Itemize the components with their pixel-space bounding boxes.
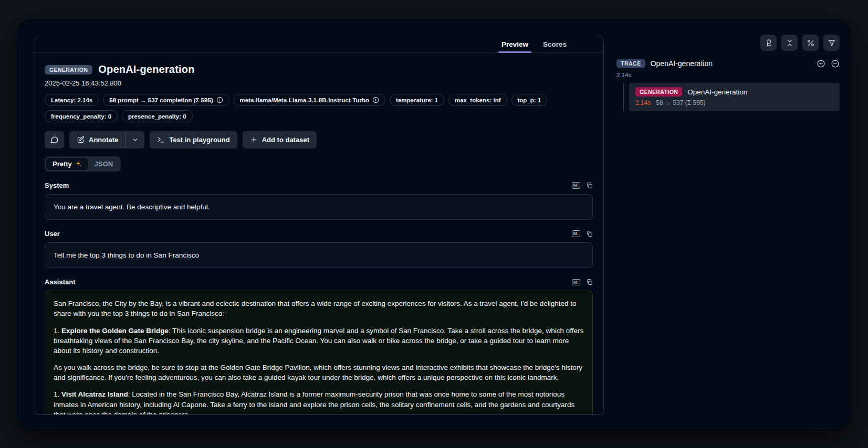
pretty-label: Pretty [53, 160, 72, 168]
action-buttons-row: Annotate Test in playground [45, 131, 593, 148]
system-label: System [45, 182, 69, 189]
timestamp: 2025-02-25 16:43:52.800 [45, 79, 593, 87]
test-in-playground-button[interactable]: Test in playground [150, 131, 237, 148]
observation-preview-card: Preview Scores GENERATION OpenAI-generat… [34, 36, 604, 415]
zoom-in-icon[interactable] [817, 59, 825, 68]
latency-chip: Latency: 2.14s [45, 94, 99, 106]
trace-duration: 2.14s [616, 72, 840, 78]
sidebar-toolbar [616, 35, 840, 51]
terminal-icon [157, 136, 165, 144]
trace-badge: TRACE [616, 59, 645, 68]
temperature-chip: temperature: 1 [390, 94, 444, 106]
generation-type-badge: GENERATION [45, 65, 92, 74]
assistant-paragraph: San Francisco, the City by the Bay, is a… [54, 298, 584, 318]
assistant-paragraph: 1. Visit Alcatraz Island: Located in the… [54, 389, 584, 414]
token-usage-chip: 58 prompt → 537 completion (Σ 595) [103, 94, 229, 106]
app-window: Preview Scores GENERATION OpenAI-generat… [17, 19, 851, 430]
assistant-paragraph: 1. Explore the Golden Gate Bridge: This … [54, 326, 584, 356]
tree-connector-line [623, 83, 624, 111]
pretty-json-toggle: Pretty JSON [45, 156, 121, 172]
trace-title: OpenAI-generation [651, 59, 811, 68]
info-icon[interactable] [216, 97, 223, 103]
user-message-box: Tell me the top 3 things to do in San Fr… [45, 242, 593, 268]
tab-preview[interactable]: Preview [495, 36, 535, 52]
generation-node-duration: 2.14s [635, 99, 651, 106]
chevron-down-icon [132, 136, 139, 143]
pen-square-icon [77, 136, 85, 144]
trace-sidebar: TRACE OpenAI-generation 2.14s GENERATION… [616, 35, 840, 111]
circle-plus-icon[interactable] [372, 97, 379, 103]
metrics-percent-button[interactable] [802, 35, 819, 51]
percent-icon [807, 39, 815, 47]
copy-icon[interactable] [586, 279, 593, 285]
generation-node-title: OpenAI-generation [687, 88, 747, 96]
assistant-paragraph: As you walk across the bridge, be sure t… [54, 362, 584, 382]
markdown-toggle-icon[interactable]: M↓ [572, 182, 580, 189]
add-to-dataset-button[interactable]: Add to dataset [243, 131, 317, 148]
token-usage-label: 58 prompt → 537 completion (Σ 595) [109, 97, 213, 103]
top-p-chip: top_p: 1 [511, 94, 548, 106]
model-chip: meta-llama/Meta-Llama-3.1-8B-Instruct-Tu… [234, 94, 385, 106]
annotate-dropdown-button[interactable] [126, 131, 144, 148]
dataset-label: Add to dataset [262, 136, 309, 144]
page-title: OpenAI-generation [98, 63, 194, 76]
filter-icon [828, 39, 836, 47]
max-tokens-chip: max_tokens: inf [448, 94, 507, 106]
trace-tree: GENERATION OpenAI-generation 2.14s 58 → … [616, 83, 840, 111]
model-label: meta-llama/Meta-Llama-3.1-8B-Instruct-Tu… [240, 97, 369, 103]
pretty-view-segment[interactable]: Pretty [46, 158, 88, 170]
filter-button[interactable] [823, 35, 840, 51]
assistant-message-box: San Francisco, the City by the Bay, is a… [45, 291, 593, 414]
user-label: User [45, 230, 60, 238]
system-section-header: System M↓ [45, 182, 593, 189]
presence-penalty-chip: presence_penalty: 0 [122, 110, 193, 122]
metadata-chips: Latency: 2.14s 58 prompt → 537 completio… [45, 94, 570, 122]
json-view-segment[interactable]: JSON [88, 158, 119, 170]
tab-scores[interactable]: Scores [537, 36, 573, 52]
title-row: GENERATION OpenAI-generation [45, 63, 593, 76]
frequency-penalty-chip: frequency_penalty: 0 [45, 110, 118, 122]
system-message-box: You are a travel agent. Be descriptive a… [45, 194, 593, 220]
annotate-label: Annotate [89, 136, 118, 144]
sparkles-icon [75, 161, 82, 167]
generation-node-badge: GENERATION [635, 87, 682, 97]
user-section-header: User M↓ [45, 230, 593, 238]
scores-award-button[interactable] [760, 35, 777, 51]
preview-scores-tabbar: Preview Scores [34, 36, 603, 53]
generation-node-tokens: 58 → 537 (Σ 595) [656, 99, 705, 106]
collapse-all-button[interactable] [781, 35, 798, 51]
annotate-button[interactable]: Annotate [69, 131, 126, 148]
zoom-out-icon[interactable] [831, 59, 840, 68]
copy-icon[interactable] [586, 230, 593, 237]
copy-icon[interactable] [586, 182, 593, 189]
comments-button[interactable] [45, 131, 64, 148]
trace-root-row[interactable]: TRACE OpenAI-generation [616, 59, 840, 68]
award-icon [765, 39, 773, 47]
plus-icon [250, 136, 258, 144]
fold-vertical-icon [786, 39, 794, 47]
generation-tree-node[interactable]: GENERATION OpenAI-generation 2.14s 58 → … [629, 83, 840, 111]
markdown-toggle-icon[interactable]: M↓ [572, 279, 580, 286]
markdown-toggle-icon[interactable]: M↓ [572, 230, 580, 237]
playground-label: Test in playground [169, 136, 229, 144]
assistant-section-header: Assistant M↓ [45, 278, 593, 286]
annotate-split-button: Annotate [69, 131, 144, 148]
card-body: GENERATION OpenAI-generation 2025-02-25 … [34, 53, 603, 414]
assistant-label: Assistant [45, 278, 76, 286]
chat-bubble-icon [50, 135, 59, 144]
